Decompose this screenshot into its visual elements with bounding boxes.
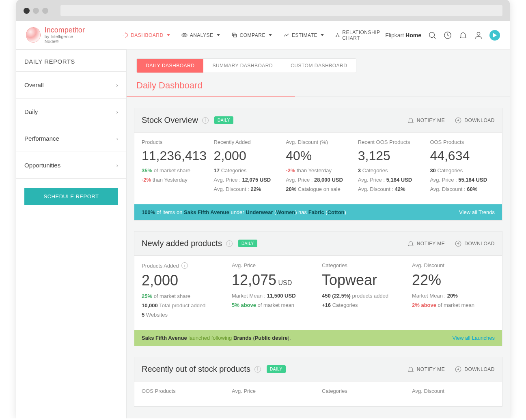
nav-estimate[interactable]: ESTIMATE (283, 30, 324, 41)
view-all-trends-link[interactable]: View all Trends (459, 209, 495, 215)
gauge-icon (122, 32, 128, 38)
nav-dashboard[interactable]: DASHBOARD (122, 30, 170, 41)
main-content: DAILY DASHBOARD SUMMARY DASHBOARD CUSTOM… (127, 49, 510, 418)
eye-icon (181, 32, 188, 38)
info-icon[interactable]: i (226, 240, 233, 247)
sidebar-item-overall[interactable]: Overall› (16, 72, 126, 99)
stat-products: Products 11,236,413 35% of market share … (142, 139, 207, 195)
nav-relchart[interactable]: RELATIONSHIP CHART (335, 30, 385, 41)
card-title: Newly added products (142, 239, 222, 248)
stat-oos: OOS Products 44,634 30 Categories Avg. P… (430, 139, 495, 195)
stat-products-added: Products Addedi 2,000 25% of market shar… (142, 262, 224, 321)
stat-avg-discount: Avg. Discount 22% Market Mean : 20% 2% a… (412, 262, 495, 321)
nav-estimate-label: ESTIMATE (292, 32, 317, 38)
download-button[interactable]: DOWNLOAD (455, 117, 495, 124)
chevron-right-icon: › (116, 82, 118, 88)
card-stock-overview: Stock Overview i DAILY NOTIFY ME DOWNLOA… (134, 108, 502, 221)
download-icon (455, 240, 462, 247)
launches-banner: Saks Fifth Avenue launched following Bra… (134, 330, 502, 346)
svg-point-8 (477, 32, 480, 35)
stat-avg-price: Avg. Price 12,075 USD Market Mean : 11,5… (232, 262, 315, 321)
browser-chrome (16, 0, 510, 21)
top-nav: Incompetitor by Intelligence Node® DASHB… (16, 21, 510, 49)
download-icon (455, 366, 462, 373)
chevron-right-icon: › (116, 135, 118, 142)
view-all-launches-link[interactable]: View all Launches (452, 335, 495, 341)
stat-avg-price: Avg. Price (232, 388, 315, 397)
info-icon[interactable]: i (254, 366, 261, 373)
bell-icon (407, 117, 414, 124)
chevron-right-icon: › (116, 162, 118, 169)
nav-relchart-label: RELATIONSHIP CHART (342, 30, 385, 41)
nav-compare[interactable]: COMPARE (231, 30, 272, 41)
sidebar-item-daily[interactable]: Daily› (16, 99, 126, 125)
daily-badge: DAILY (214, 116, 233, 124)
page-title: Daily Dashboard (127, 73, 510, 96)
download-icon (455, 117, 462, 124)
copy-icon (231, 32, 237, 38)
card-recently-oos: Recently out of stock products i DAILY N… (134, 357, 502, 407)
schedule-report-button[interactable]: SCHEDULE REPORT (24, 188, 118, 205)
nav-analyse-label: ANALYSE (190, 32, 213, 38)
info-icon[interactable]: i (202, 117, 209, 124)
user-context[interactable]: Flipkart Home (385, 32, 421, 39)
nav-dashboard-label: DASHBOARD (131, 32, 164, 38)
daily-badge: DAILY (238, 240, 257, 247)
dashboard-tabs: DAILY DASHBOARD SUMMARY DASHBOARD CUSTOM… (136, 58, 356, 73)
nav-compare-label: COMPARE (240, 32, 265, 38)
sidebar-item-performance[interactable]: Performance› (16, 125, 126, 152)
tab-daily-dashboard[interactable]: DAILY DASHBOARD (137, 59, 203, 73)
tab-summary-dashboard[interactable]: SUMMARY DASHBOARD (203, 59, 282, 73)
stat-recent-oos: Recent OOS Products 3,125 3 Categories A… (358, 139, 423, 195)
info-icon[interactable]: i (181, 262, 188, 269)
bell-icon (407, 366, 414, 373)
logo-name: Incompetitor (45, 26, 86, 34)
stat-categories: Categories (322, 388, 405, 397)
stat-oos-products: OOS Products (142, 388, 224, 397)
stat-avg-discount: Avg. Discount (%) 40% -2% than Yesterday… (286, 139, 351, 195)
search-icon[interactable] (428, 31, 437, 40)
sidebar-title: DAILY REPORTS (16, 49, 126, 72)
download-button[interactable]: DOWNLOAD (455, 240, 495, 247)
notify-me-button[interactable]: NOTIFY ME (407, 240, 445, 247)
card-title: Stock Overview (142, 116, 198, 125)
stat-avg-discount: Avg. Discount (412, 388, 495, 397)
logo-icon (26, 27, 41, 43)
card-title: Recently out of stock products (142, 364, 250, 374)
svg-point-0 (183, 34, 185, 36)
download-button[interactable]: DOWNLOAD (455, 366, 495, 373)
trend-icon (283, 32, 289, 38)
notify-me-button[interactable]: NOTIFY ME (407, 117, 445, 124)
nav-analyse[interactable]: ANALYSE (181, 30, 220, 41)
bell-icon (407, 240, 414, 247)
daily-badge: DAILY (267, 365, 286, 373)
play-button[interactable] (489, 30, 500, 41)
logo: Incompetitor by Intelligence Node® (26, 26, 86, 44)
stat-categories: Categories Topwear 450 (22.5%) products … (322, 262, 405, 321)
history-icon[interactable] (443, 31, 452, 40)
notify-me-button[interactable]: NOTIFY ME (407, 366, 445, 373)
sidebar: DAILY REPORTS Overall› Daily› Performanc… (16, 49, 127, 418)
trends-banner: 100% of items on Saks Fifth Avenue under… (134, 204, 502, 220)
chevron-right-icon: › (116, 109, 118, 115)
card-newly-added: Newly added products i DAILY NOTIFY ME D… (134, 231, 502, 346)
svg-point-6 (429, 32, 435, 37)
tab-custom-dashboard[interactable]: CUSTOM DASHBOARD (282, 59, 356, 73)
url-bar[interactable] (60, 5, 502, 16)
user-icon[interactable] (474, 31, 483, 40)
stat-recently-added: Recently Added 2,000 17 Categories Avg. … (214, 139, 279, 195)
bell-icon[interactable] (459, 31, 468, 40)
logo-byline: by Intelligence Node® (45, 34, 86, 44)
graph-icon (335, 32, 340, 38)
sidebar-item-opportunities[interactable]: Opportunities› (16, 152, 126, 179)
